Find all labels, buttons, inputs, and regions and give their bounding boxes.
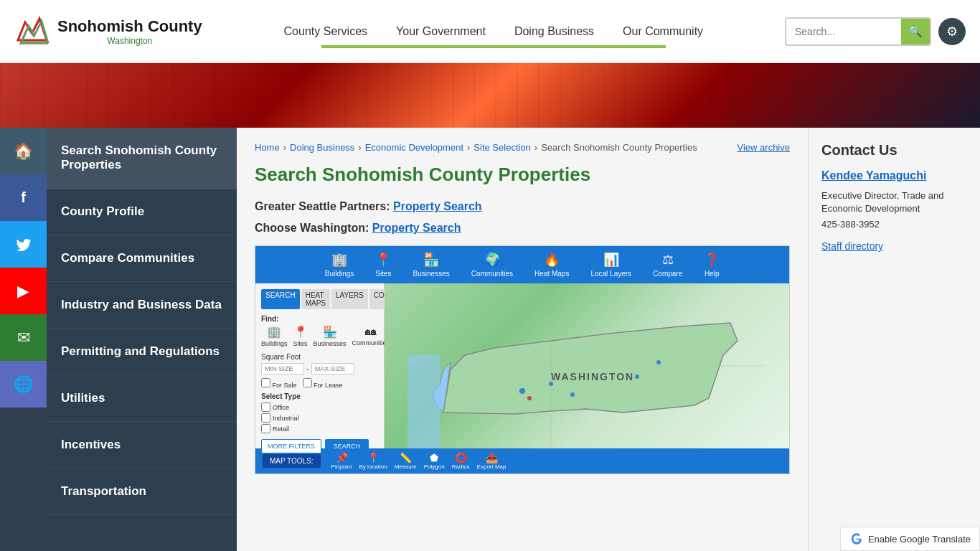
search-area: 🔍 ⚙ xyxy=(785,17,966,46)
nav-industry-data[interactable]: Industry and Business Data xyxy=(47,282,237,329)
map-tool-help[interactable]: ❓ Help xyxy=(704,252,720,278)
hero-image xyxy=(0,63,980,128)
right-sidebar: Contact Us Kendee Yamaguchi Executive Di… xyxy=(808,128,980,551)
staff-directory-link[interactable]: Staff directory xyxy=(821,240,883,252)
type-office-checkbox[interactable] xyxy=(261,402,270,412)
social-twitter[interactable] xyxy=(0,221,47,268)
nav-county-services[interactable]: County Services xyxy=(284,25,368,38)
header: Snohomish County Washington County Servi… xyxy=(0,0,980,63)
contact-phone: 425-388-3952 xyxy=(821,219,967,230)
contact-name[interactable]: Kendee Yamaguchi xyxy=(821,169,967,182)
sale-lease-row: For Sale For Lease xyxy=(261,378,378,389)
map-visual: WASHINGTON xyxy=(385,283,789,448)
logo-state: Washington xyxy=(57,36,202,46)
social-sidebar: 🏠 f ▶ ✉ 🌐 xyxy=(0,128,47,551)
map-search-area: SEARCH HEAT MAPS LAYERS COMPARE Find: 🏢B… xyxy=(255,283,789,448)
logo-icon xyxy=(14,15,50,47)
map-type-icons: 🏢Buildings 📍Sites 🏪Businesses 🏘Communiti… xyxy=(261,325,378,347)
logo-text: Snohomish County Washington xyxy=(57,17,202,46)
breadcrumb-economic-dev[interactable]: Economic Development xyxy=(365,142,463,153)
map-export[interactable]: 📤Export Map xyxy=(477,452,507,470)
search-input[interactable] xyxy=(786,26,901,37)
nav-your-government[interactable]: Your Government xyxy=(396,25,486,38)
map-by-location[interactable]: 📍By location xyxy=(359,452,387,470)
breadcrumb-site-selection[interactable]: Site Selection xyxy=(473,142,531,153)
map-tool-sites[interactable]: 📍 Sites xyxy=(375,252,391,278)
map-type-sites[interactable]: 📍Sites xyxy=(293,325,308,347)
more-filters-button[interactable]: MORE FILTERS xyxy=(261,439,321,453)
nav-transportation[interactable]: Transportation xyxy=(47,468,237,515)
nav-doing-business[interactable]: Doing Business xyxy=(514,25,594,38)
nav-underline xyxy=(321,45,666,48)
cw-link[interactable]: Property Search xyxy=(372,222,461,234)
map-tab-layers[interactable]: LAYERS xyxy=(331,289,368,309)
map-bottom-tools: 📌Pinpoint 📍By location 📏Measure ⬟Polygon… xyxy=(331,452,507,470)
type-checkboxes: Office Industrial Retail xyxy=(261,402,378,433)
map-search-button[interactable]: SEARCH xyxy=(325,439,369,453)
nav-county-profile[interactable]: County Profile xyxy=(47,189,237,235)
map-tool-compare[interactable]: ⚖ Compare xyxy=(653,252,682,278)
breadcrumb-doing-business[interactable]: Doing Business xyxy=(290,142,354,153)
map-placeholder: WASHINGTON xyxy=(385,283,789,448)
sqft-max-input[interactable] xyxy=(311,363,354,375)
social-youtube[interactable]: ▶ xyxy=(0,268,47,314)
sqft-label: Square Foot xyxy=(261,353,378,361)
map-find-label: Find: xyxy=(261,315,378,323)
map-svg: WASHINGTON xyxy=(385,283,789,448)
map-radius[interactable]: ⭕Radius xyxy=(452,452,470,470)
nav-search-properties[interactable]: Search Snohomish County Properties xyxy=(47,128,237,189)
nav-our-community[interactable]: Our Community xyxy=(623,25,703,38)
breadcrumb-links: Home › Doing Business › Economic Develop… xyxy=(255,142,697,153)
map-type-buildings[interactable]: 🏢Buildings xyxy=(261,325,288,347)
svg-point-9 xyxy=(527,396,532,400)
google-translate-bar[interactable]: Enable Google Translate xyxy=(840,527,980,551)
map-tool-businesses[interactable]: 🏪 Businesses xyxy=(413,252,450,278)
map-search-panel: SEARCH HEAT MAPS LAYERS COMPARE Find: 🏢B… xyxy=(255,283,385,448)
map-measure[interactable]: 📏Measure xyxy=(395,452,417,470)
sqft-min-input[interactable] xyxy=(261,363,304,375)
map-polygon[interactable]: ⬟Polygon xyxy=(424,452,445,470)
social-home[interactable]: 🏠 xyxy=(0,128,47,174)
social-email[interactable]: ✉ xyxy=(0,314,47,361)
social-facebook[interactable]: f xyxy=(0,174,47,221)
nav-area: County Services Your Government Doing Bu… xyxy=(202,25,785,38)
map-tool-local-layers[interactable]: 📊 Local Layers xyxy=(590,252,631,278)
map-tab-search[interactable]: SEARCH xyxy=(261,289,300,309)
nav-permitting[interactable]: Permitting and Regulations xyxy=(47,329,237,375)
search-button[interactable]: 🔍 xyxy=(901,17,930,46)
social-globe[interactable]: 🌐 xyxy=(0,361,47,408)
type-retail-checkbox[interactable] xyxy=(261,424,270,433)
contact-role: Executive Director, Trade and Economic D… xyxy=(821,189,967,215)
nav-incentives[interactable]: Incentives xyxy=(47,422,237,468)
logo-area: Snohomish County Washington xyxy=(14,15,202,47)
nav-utilities[interactable]: Utilities xyxy=(47,375,237,422)
select-type-label: Select Type xyxy=(261,392,378,400)
map-type-businesses[interactable]: 🏪Businesses xyxy=(314,325,347,347)
map-toolbar: 🏢 Buildings 📍 Sites 🏪 Businesses 🌍 Commu… xyxy=(255,246,789,283)
type-industrial-checkbox[interactable] xyxy=(261,413,270,423)
map-tab-heat[interactable]: HEAT MAPS xyxy=(301,289,330,309)
view-archive-link[interactable]: View archive xyxy=(738,142,790,153)
map-tool-communities[interactable]: 🌍 Communities xyxy=(471,252,513,278)
translate-label: Enable Google Translate xyxy=(868,534,971,545)
map-tool-buildings[interactable]: 🏢 Buildings xyxy=(325,252,354,278)
search-box: 🔍 xyxy=(785,17,931,46)
logo-name: Snohomish County xyxy=(57,17,202,36)
google-g-icon xyxy=(849,532,864,546)
nav-compare-communities[interactable]: Compare Communities xyxy=(47,235,237,282)
contact-title: Contact Us xyxy=(821,142,967,159)
map-search-tabs: SEARCH HEAT MAPS LAYERS COMPARE xyxy=(261,289,378,309)
settings-button[interactable]: ⚙ xyxy=(938,18,966,45)
map-tool-heat-maps[interactable]: 🔥 Heat Maps xyxy=(534,252,569,278)
content-area: Home › Doing Business › Economic Develop… xyxy=(237,128,808,551)
svg-point-8 xyxy=(635,375,639,379)
map-pinpoint[interactable]: 📌Pinpoint xyxy=(331,452,352,470)
map-sqft-inputs: - xyxy=(261,363,378,375)
breadcrumb-current: Search Snohomish County Properties xyxy=(541,142,697,153)
breadcrumb-home[interactable]: Home xyxy=(255,142,280,153)
map-tools-button[interactable]: MAP TOOLS: xyxy=(263,454,321,468)
for-lease-checkbox[interactable] xyxy=(303,378,312,387)
for-sale-checkbox[interactable] xyxy=(261,378,270,387)
gsp-link[interactable]: Property Search xyxy=(393,200,482,212)
map-btn-row: MORE FILTERS SEARCH xyxy=(261,439,378,453)
